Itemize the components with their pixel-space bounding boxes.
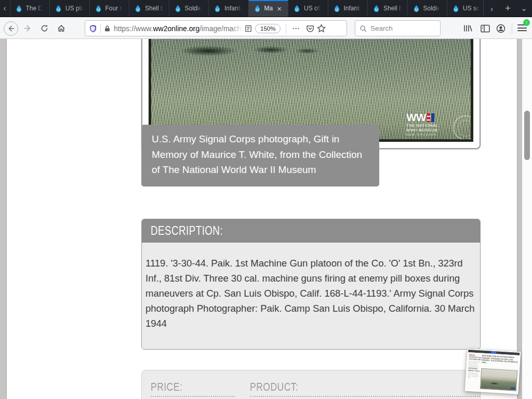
tab-title: Ma — [264, 5, 273, 12]
tab-title: US pla — [65, 5, 84, 12]
drupal-favicon-icon — [134, 5, 142, 12]
address-bar[interactable]: https://www.ww2online.org/image/machi 15… — [85, 20, 347, 36]
navigation-toolbar: https://www.ww2online.org/image/machi 15… — [0, 18, 532, 39]
drupal-favicon-icon — [214, 5, 221, 12]
drupal-favicon-icon — [55, 5, 62, 12]
forward-button[interactable] — [21, 18, 34, 39]
drupal-favicon-icon — [254, 5, 261, 12]
credit-text: U.S. Army Signal Corps photograph, Gift … — [152, 134, 362, 175]
divider — [512, 23, 512, 34]
list-all-tabs-button[interactable]: ⌄ — [516, 4, 532, 13]
tab-us-so[interactable]: US so — [447, 0, 483, 17]
close-tab-icon[interactable]: × — [277, 5, 282, 12]
thumbnail-tags-text: Find images and videos with similar tags… — [468, 372, 480, 379]
scroll-tabs-left-button[interactable]: ‹ — [0, 0, 10, 17]
tab-controls: › + ⌄ — [483, 0, 532, 17]
library-button[interactable] — [460, 18, 475, 39]
thumbnail-photo — [480, 368, 517, 391]
forward-arrow-icon — [24, 24, 32, 32]
url-scheme: https://www. — [114, 24, 153, 33]
tab-soldie-2[interactable]: Soldie — [407, 0, 447, 17]
divider — [100, 23, 101, 34]
scrollbar-thumb[interactable] — [524, 111, 530, 160]
lock-icon — [104, 25, 111, 32]
thumbnail-sidebar: IMAGE CONTROLLED VOCABULARY Browse image… — [468, 354, 481, 379]
thumbnail-sidebar-text: Browse images and videos with the same c… — [468, 361, 480, 367]
tab-us-off[interactable]: US off — [288, 0, 328, 17]
back-button[interactable] — [3, 18, 19, 39]
tab-title: Shell b — [145, 5, 164, 12]
pocket-icon[interactable] — [306, 24, 314, 33]
tab-soldie[interactable]: Soldie — [169, 0, 209, 17]
tab-shell-b[interactable]: Shell b — [129, 0, 169, 17]
zoom-level-button[interactable]: 150% — [255, 24, 281, 33]
browser-window: ‹ The D US pla Four s Shell b Soldie Inf… — [0, 0, 532, 399]
sidebars-button[interactable] — [478, 18, 493, 39]
product-label: PRODUCT: — [250, 381, 298, 394]
corps-stamp-icon — [453, 115, 473, 140]
reload-button[interactable] — [37, 18, 51, 39]
chevron-left-icon: ‹ — [4, 4, 6, 13]
tab-infantr-2[interactable]: Infantr — [328, 0, 368, 17]
page-actions-icon[interactable]: ••• — [289, 26, 303, 31]
flag-bar-blue-icon — [431, 113, 434, 122]
reload-icon — [41, 24, 48, 32]
thumbnail-watermark-icon — [511, 387, 515, 389]
tab-title: Infantr — [344, 5, 362, 12]
tab-bar: ‹ The D US pla Four s Shell b Soldie Inf… — [0, 0, 532, 17]
tab-title: Shell b — [383, 5, 403, 12]
tab-infantr[interactable]: Infantr — [208, 0, 248, 17]
drupal-favicon-icon — [15, 5, 23, 12]
drupal-favicon-icon — [333, 5, 341, 12]
back-arrow-icon — [7, 25, 15, 32]
screenshot-preview-thumbnail[interactable]: IMAGE CONTROLLED VOCABULARY Browse image… — [465, 349, 521, 394]
tracking-protection-shield-icon[interactable] — [89, 24, 97, 33]
flag-bar-red-icon — [427, 113, 430, 122]
tab-title: US off — [304, 5, 321, 12]
search-input[interactable] — [370, 24, 428, 32]
purchase-card: PRICE: PRODUCT: — [141, 370, 481, 399]
tab-title: The D — [26, 5, 43, 12]
tab-title: Soldie — [185, 5, 202, 12]
account-icon — [496, 24, 506, 33]
reader-mode-icon[interactable] — [245, 25, 252, 32]
thumbnail-title: MACHINE GUN PLATOON FIRING DURING TRAINI… — [482, 355, 518, 366]
credit-box: U.S. Army Signal Corps photograph, Gift … — [141, 125, 379, 187]
update-badge-icon: ↑ — [523, 19, 530, 26]
drupal-favicon-icon — [95, 5, 102, 12]
tab-title: Infantr — [224, 5, 242, 12]
description-heading: DESCRIPTION: — [151, 224, 223, 238]
tab-shell-b-2[interactable]: Shell b — [367, 0, 407, 17]
description-header: DESCRIPTION: — [142, 219, 480, 243]
search-icon — [360, 25, 367, 32]
page-right-margin — [517, 39, 522, 399]
description-text: 1119. '3-30-44. Paik. 1st Machine Gun pl… — [142, 243, 480, 331]
divider — [286, 23, 286, 34]
drupal-favicon-icon — [293, 5, 301, 12]
description-card: DESCRIPTION: 1119. '3-30-44. Paik. 1st M… — [141, 219, 481, 350]
tab-machine-gun-active[interactable]: Ma × — [248, 0, 288, 17]
sidebar-icon — [481, 24, 490, 33]
thumbnail-page: IMAGE CONTROLLED VOCABULARY Browse image… — [466, 352, 520, 392]
price-label: PRICE: — [151, 381, 182, 394]
page-left-margin — [0, 39, 7, 399]
account-button[interactable] — [494, 18, 508, 39]
url-text: https://www.ww2online.org/image/machi — [114, 24, 245, 33]
drupal-favicon-icon — [373, 5, 380, 12]
thumbnail-sidebar-heading: IMAGE CONTROLLED VOCABULARY — [469, 354, 481, 361]
bookmark-star-icon[interactable] — [317, 24, 326, 33]
tab-title: Soldie — [423, 5, 441, 12]
home-icon — [57, 24, 65, 33]
price-value-line — [151, 396, 235, 397]
tab-the-d[interactable]: The D — [10, 0, 50, 17]
tab-four-s[interactable]: Four s — [89, 0, 129, 17]
drupal-favicon-icon — [174, 5, 182, 12]
scrollbar-track[interactable] — [522, 39, 532, 399]
home-button[interactable] — [55, 18, 68, 39]
new-tab-button[interactable]: + — [500, 3, 516, 14]
url-fade — [231, 24, 245, 33]
tab-us-pla[interactable]: US pla — [49, 0, 89, 17]
search-bar[interactable] — [355, 20, 441, 36]
scroll-tabs-right-button[interactable]: › — [484, 4, 500, 13]
library-icon — [463, 24, 472, 33]
